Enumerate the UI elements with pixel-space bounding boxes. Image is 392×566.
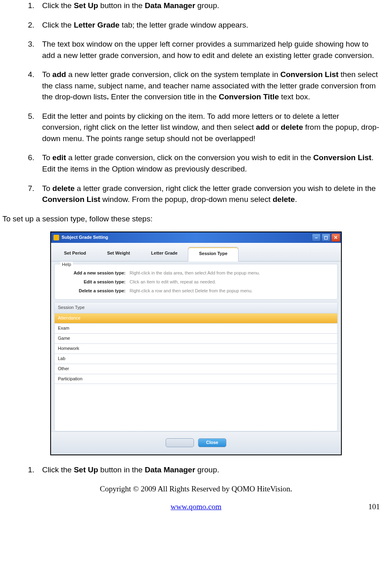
help-row: Delete a session type: Right-click a row… [59, 288, 333, 294]
document-page: Click the Set Up button in the Data Mana… [0, 0, 392, 517]
list-item: Click the Letter Grade tab; the letter g… [36, 19, 380, 31]
session-type-list: Session Type Attendance Exam Game Homewo… [54, 302, 338, 431]
list-item: To add a new letter grade conversion, cl… [36, 69, 380, 103]
footer-link[interactable]: www.qomo.com [170, 501, 221, 512]
list-item: The text box window on the upper left co… [36, 39, 380, 61]
page-number: 101 [369, 501, 380, 512]
help-panel: Help Add a new session type: Right-click… [54, 264, 338, 300]
help-label: Help [60, 262, 73, 268]
instruction-list-a: Click the Set Up button in the Data Mana… [24, 0, 380, 205]
close-button[interactable]: Close [198, 438, 226, 447]
window-close-button[interactable]: ✕ [331, 234, 340, 242]
instruction-list-b: Click the Set Up button in the Data Mana… [24, 464, 380, 476]
window-titlebar[interactable]: Subject Grade Setting – ◻ ✕ [51, 232, 341, 243]
list-body[interactable]: Attendance Exam Game Homework Lab Other … [55, 313, 337, 431]
list-item: To delete a letter grade conversion, rig… [36, 183, 380, 205]
list-item-game[interactable]: Game [55, 334, 337, 344]
maximize-button[interactable]: ◻ [322, 234, 330, 242]
tab-bar: Set Period Set Weight Letter Grade Sessi… [51, 243, 341, 262]
list-item: Edit the letter and points by clicking o… [36, 111, 380, 144]
embedded-screenshot: Subject Grade Setting – ◻ ✕ Set Period S… [0, 232, 392, 455]
list-item: Click the Set Up button in the Data Mana… [36, 0, 380, 11]
tab-letter-grade[interactable]: Letter Grade [141, 247, 188, 261]
list-item-attendance[interactable]: Attendance [55, 313, 337, 324]
dialog-button-row: Close [51, 431, 341, 455]
tab-session-type[interactable]: Session Type [188, 247, 238, 262]
list-column-header[interactable]: Session Type [55, 302, 337, 313]
tab-set-weight[interactable]: Set Weight [96, 247, 141, 261]
minimize-button[interactable]: – [312, 234, 321, 242]
list-item: Click the Set Up button in the Data Mana… [36, 464, 380, 476]
copyright-text: Copyright © 2009 All Rights Reserved by … [0, 483, 392, 495]
tab-set-period[interactable]: Set Period [53, 247, 96, 261]
section-intro: To set up a session type, follow these s… [2, 213, 392, 225]
list-item: To edit a letter grade conversion, click… [36, 152, 380, 174]
footer: www.qomo.com 101 [0, 501, 392, 512]
help-row: Edit a session type: Click an item to ed… [59, 279, 333, 285]
list-item-participation[interactable]: Participation [55, 374, 337, 384]
help-row: Add a new session type: Right-click in t… [59, 270, 333, 277]
window-title: Subject Grade Setting [62, 234, 108, 241]
list-item-lab[interactable]: Lab [55, 354, 337, 364]
list-item-exam[interactable]: Exam [55, 324, 337, 334]
disabled-button [166, 438, 194, 447]
list-item-homework[interactable]: Homework [55, 344, 337, 354]
window-frame: Subject Grade Setting – ◻ ✕ Set Period S… [50, 232, 342, 455]
list-item-other[interactable]: Other [55, 364, 337, 374]
app-icon [53, 235, 59, 240]
